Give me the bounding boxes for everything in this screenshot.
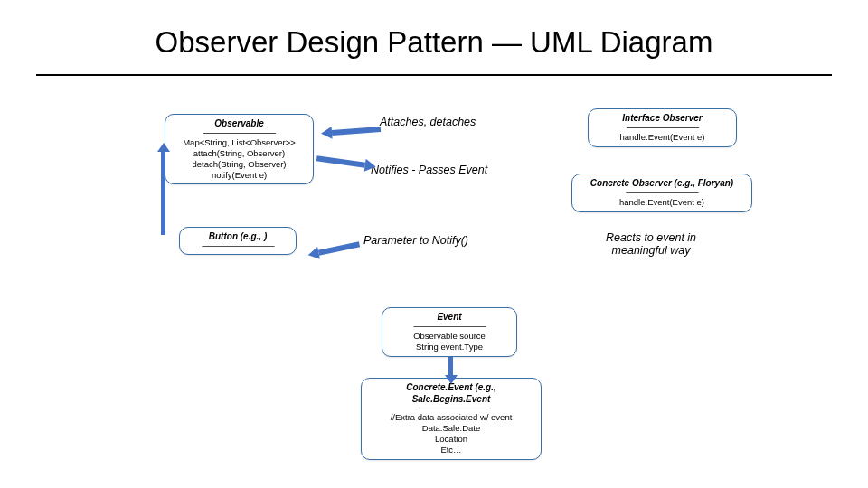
box-body: handle.Event(Event e) (578, 197, 746, 208)
box-sep: ---------------------------------------- (367, 405, 535, 412)
annotation-notify: Notifies - Passes Event (371, 164, 487, 176)
box-body: //Extra data associated w/ event Data.Sa… (367, 412, 535, 455)
arrow-button-up (161, 152, 165, 235)
uml-box-observable: Observable -----------------------------… (165, 114, 314, 184)
uml-box-event: Event ----------------------------------… (382, 307, 517, 357)
box-sep: ---------------------------------------- (185, 243, 290, 250)
box-sep: ---------------------------------------- (388, 324, 511, 331)
page-title: Observer Design Pattern — UML Diagram (156, 25, 713, 60)
annotation-param: Parameter to Notify() (363, 234, 468, 247)
arrow-attach (332, 127, 381, 136)
box-sep: ---------------------------------------- (594, 125, 731, 132)
uml-box-interface-observer: Interface Observer ---------------------… (588, 108, 737, 147)
box-body: handle.Event(Event e) (594, 132, 731, 143)
arrow-param (318, 241, 360, 255)
box-sep: ---------------------------------------- (578, 190, 746, 197)
box-body: Observable source String event.Type (388, 331, 511, 352)
annotation-attach: Attaches, detaches (380, 116, 476, 128)
arrow-notify (316, 155, 365, 167)
annotation-reacts: Reacts to event in meaningful way (606, 231, 696, 257)
divider (36, 74, 832, 76)
uml-box-concrete-observer: Concrete Observer (e.g., Floryan) ------… (571, 174, 752, 212)
uml-box-concrete-event: Concrete.Event (e.g., Sale.Begins.Event … (361, 378, 542, 460)
box-body: Map<String, List<Observer>> attach(Strin… (171, 137, 307, 181)
uml-box-button: Button (e.g., ) ------------------------… (179, 227, 297, 255)
box-head: Concrete.Event (e.g., Sale.Begins.Event (367, 382, 535, 405)
arrow-event-down (448, 357, 453, 375)
box-sep: ---------------------------------------- (171, 130, 307, 137)
